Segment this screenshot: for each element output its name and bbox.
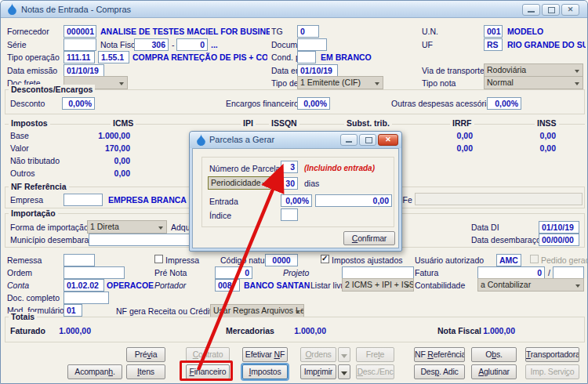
efetivar-nf-button[interactable]: Efetivar NF [242,347,288,362]
desconto-field[interactable]: 0,00% [62,97,95,110]
obs-button[interactable]: Obs. [471,347,517,362]
data-emissao-label: Data emissão [7,66,57,75]
cond-pag-field[interactable] [297,51,316,63]
mod-formulario-field[interactable]: 01 [64,304,82,317]
municipio-desembaraco-field[interactable] [89,234,193,246]
nota-fiscal-field[interactable]: 306 [134,38,169,51]
col-ipi: IPI [241,118,256,128]
uf-label: UF [422,40,433,49]
irrf-base-value: 0,00 [426,131,473,140]
previa-button[interactable]: Prévia [126,347,165,362]
ordem-label: Ordem [7,268,32,277]
encargos-field[interactable]: 0,00% [297,97,330,110]
outras-despesas-label: Outras despesas acessórias [391,99,495,108]
uf-field[interactable]: RS [484,38,503,51]
impostos-ajustados-checkbox[interactable] [321,255,329,263]
fatura-sub-field[interactable] [553,266,584,279]
contabilidade-select[interactable]: a Contabilizar [477,278,584,292]
mercadorias-label: Mercadorias [226,326,274,335]
descontos-legend: Descontos/Encargos [9,85,95,94]
imprimir-menu-icon[interactable] [338,364,350,379]
dialog-title: Parcelas a Gerar [209,135,274,144]
row-nao-tributado-label: Não tributado [10,156,60,165]
remessa-field[interactable] [64,254,95,266]
periodo-field[interactable]: 30 [281,177,298,190]
data-di-field[interactable]: 01/10/19 [539,221,579,234]
financeiro-button[interactable]: Financeiro [186,364,230,379]
fatura-field[interactable]: 0 [477,266,545,279]
conta-field[interactable]: 01.02.02 [64,279,104,292]
dias-label: dias [304,179,319,188]
nota-fiscal-more-link[interactable]: ... [211,40,218,49]
impressa-checkbox[interactable] [154,255,163,263]
tg-field[interactable]: 0 [297,25,319,38]
nf-referencia-button[interactable]: NF Referência [414,347,465,362]
impostos-legend: Impostos [9,118,50,128]
close-icon[interactable] [561,4,579,16]
incluindo-entrada-note: (Incluindo entrada) [304,164,375,172]
empresa-field[interactable] [64,194,103,206]
documento-field[interactable] [297,38,327,51]
via-transporte-select[interactable]: Rodoviária [484,63,583,77]
aglutinar-button[interactable]: Aglutinar [471,364,517,379]
usuario-autorizado-field[interactable]: AMC [496,254,521,266]
maximize-icon[interactable] [542,4,560,16]
regras-arquivos-select[interactable]: Usar Regras Arquivos Legais [210,304,304,317]
data-entrada-field[interactable]: 01/10/19 [297,64,338,77]
pre-nota-field[interactable]: 0 [215,266,252,279]
doc-completo-label: Doc. completo [7,293,60,302]
inss-valor-value: 0,00 [509,143,556,153]
portador-field[interactable]: 008 [215,279,240,292]
desc-enc-button: Desc./Enc [356,364,394,379]
transportadora-button[interactable]: Transportadora [525,347,579,362]
desp-adic-button[interactable]: Desp. Adic [414,364,465,379]
entrada-valor-field[interactable]: 0,00 [315,194,392,207]
tipo-nota-select[interactable]: Normal [484,76,583,89]
entrada-pct-field[interactable]: 0,00% [281,194,312,207]
tipo-frete-select[interactable]: 1 Emitente (CIF) [297,76,383,89]
impressa-label: Impressa [165,255,199,265]
ordem-field[interactable] [64,266,125,279]
tipo-nota-label: Tipo nota [422,78,456,88]
forma-importacao-select[interactable]: 1 Direta [87,220,167,234]
codigo-natureza-field[interactable]: 0000 [265,254,298,266]
faturado-value: 1.000,00 [44,326,91,335]
dialog-title-bar: Parcelas a Gerar [190,132,401,148]
listar-livros-select[interactable]: 2 ICMS + IPI + ISS [342,278,414,292]
tipo-operacao-label: Tipo operação [7,53,60,62]
impostos-button[interactable]: Impostos [242,364,288,379]
itens-button[interactable]: Itens [126,364,165,379]
fornecedor-field[interactable]: 000001 [64,25,96,38]
numero-parcelas-label: Número de Parcelas [209,164,285,173]
un-desc: MODELO [507,27,586,36]
dialog-close-icon[interactable] [378,134,398,146]
imprimir-button[interactable]: Imprimir [300,364,336,379]
periodicidade-select[interactable]: Periodicidade [208,176,270,190]
confirmar-button[interactable]: Confirmar [343,231,395,245]
numero-parcelas-field[interactable]: 3 [281,161,298,173]
dialog-minimize-icon[interactable] [340,134,358,146]
doc-completo-field[interactable] [64,292,109,304]
remessa-label: Remessa [7,255,42,265]
icms-nao-tributado-value: 0,00 [83,156,130,165]
tipo-operacao-field-1[interactable]: 111.11 [64,51,95,63]
un-field[interactable]: 001 [484,25,503,38]
pre-nota-label: Pré Nota [154,268,187,277]
fatura-label: Fatura [415,268,438,277]
minimize-icon[interactable] [522,4,540,16]
data-emissao-field[interactable]: 01/10/19 [64,64,104,77]
dialog-maximize-icon[interactable] [359,134,376,146]
indice-field[interactable] [281,208,298,221]
col-subst-trib: Subst. trib. [344,118,392,128]
nota-fiscal-sub-field[interactable]: 0 [176,38,208,51]
outras-despesas-field[interactable]: 0,00% [487,97,521,110]
serie-field[interactable] [64,38,96,51]
projeto-field[interactable] [342,266,414,279]
tg-label: TG [271,27,283,36]
data-desembaraco-field[interactable]: 00/00/00 [539,234,579,246]
tipo-operacao-field-2[interactable]: 1.55.1 [98,51,129,63]
empresa-desc: EMPRESA BRANCA [108,195,187,205]
contrato-button: Contrato [186,347,230,362]
acompanh-button[interactable]: Acompanh. [67,364,122,379]
pedido-gerado-checkbox [530,255,539,263]
